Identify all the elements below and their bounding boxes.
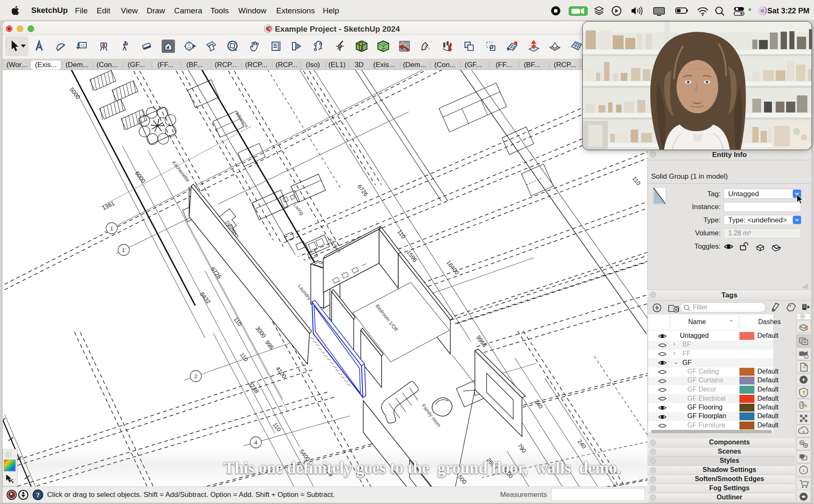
svg-text:1381: 1381 [101, 200, 115, 211]
svg-text:2: 2 [194, 373, 197, 379]
svg-text:Kitchenette: Kitchenette [171, 160, 191, 183]
svg-text:6000: 6000 [134, 170, 147, 185]
svg-text:1: 1 [110, 225, 113, 232]
svg-text:A1: A1 [80, 43, 85, 47]
svg-text:18400: 18400 [445, 259, 461, 276]
svg-text:6726: 6726 [210, 266, 223, 280]
svg-text:9968: 9968 [475, 334, 488, 349]
svg-text:110: 110 [239, 351, 250, 363]
svg-text:8432: 8432 [199, 291, 212, 305]
svg-text:110: 110 [631, 175, 642, 187]
svg-text:Living: Living [292, 202, 305, 216]
svg-text:?: ? [36, 491, 40, 499]
svg-text:110: 110 [396, 228, 407, 240]
svg-text:1': 1' [122, 247, 126, 253]
svg-text:N: N [339, 45, 341, 48]
svg-text:Sat 3:22 PM: Sat 3:22 PM [767, 7, 809, 15]
svg-text:110: 110 [272, 421, 282, 433]
svg-text:i: i [803, 467, 804, 473]
svg-text:4: 4 [254, 439, 257, 446]
svg-text:Alfresco: Alfresco [234, 111, 250, 129]
svg-text:4100: 4100 [275, 365, 288, 380]
svg-text:C: C [188, 43, 190, 46]
svg-text:A-B: A-B [187, 47, 191, 49]
svg-text:3000: 3000 [254, 325, 267, 339]
svg-text:3238: 3238 [247, 380, 260, 395]
svg-text:6726: 6726 [356, 183, 370, 198]
